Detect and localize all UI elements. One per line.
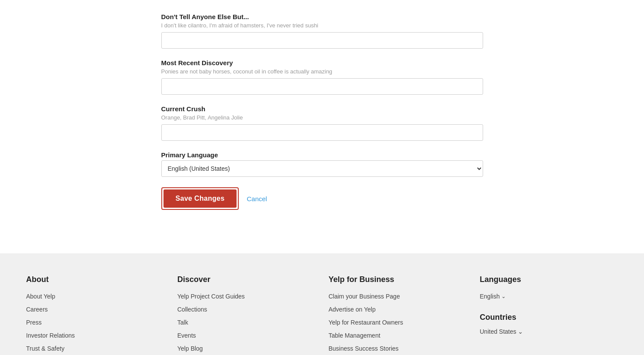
footer: About About Yelp Careers Press Investor … bbox=[0, 253, 644, 355]
chevron-down-icon: ⌄ bbox=[501, 293, 506, 299]
talk-link[interactable]: Talk bbox=[177, 319, 316, 326]
footer-languages-col: Languages English ⌄ Countries United Sta… bbox=[480, 275, 618, 355]
languages-title: Languages bbox=[480, 275, 618, 284]
about-title: About bbox=[26, 275, 164, 284]
language-current: English bbox=[480, 293, 500, 300]
dont-tell-label: Don't Tell Anyone Else But... bbox=[161, 13, 483, 20]
investor-relations-link[interactable]: Investor Relations bbox=[26, 332, 164, 339]
country-current: United States bbox=[480, 328, 516, 335]
success-stories-link[interactable]: Business Success Stories bbox=[329, 345, 467, 352]
footer-business-col: Yelp for Business Claim your Business Pa… bbox=[329, 275, 467, 355]
primary-language-label: Primary Language bbox=[161, 151, 483, 159]
most-recent-hint: Ponies are not baby horses, coconut oil … bbox=[161, 68, 483, 75]
language-selector[interactable]: English ⌄ bbox=[480, 293, 618, 300]
primary-language-select[interactable]: English (United States) Spanish French G… bbox=[161, 160, 483, 177]
business-title: Yelp for Business bbox=[329, 275, 467, 284]
current-crush-hint: Orange, Brad Pitt, Angelina Jolie bbox=[161, 114, 483, 121]
current-crush-label: Current Crush bbox=[161, 105, 483, 113]
advertise-link[interactable]: Advertise on Yelp bbox=[329, 306, 467, 313]
most-recent-label: Most Recent Discovery bbox=[161, 59, 483, 66]
careers-link[interactable]: Careers bbox=[26, 306, 164, 313]
footer-about-col: About About Yelp Careers Press Investor … bbox=[26, 275, 164, 355]
footer-grid: About About Yelp Careers Press Investor … bbox=[26, 275, 618, 355]
cost-guides-link[interactable]: Yelp Project Cost Guides bbox=[177, 293, 316, 300]
events-link[interactable]: Events bbox=[177, 332, 316, 339]
dont-tell-hint: I don't like cilantro, I'm afraid of ham… bbox=[161, 22, 483, 29]
current-crush-input[interactable] bbox=[161, 124, 483, 141]
yelp-blog-link[interactable]: Yelp Blog bbox=[177, 345, 316, 352]
country-selector[interactable]: United States ⌄ bbox=[480, 328, 618, 335]
save-button-wrapper: Save Changes bbox=[161, 187, 239, 210]
chevron-down-icon-country: ⌄ bbox=[518, 328, 523, 335]
press-link[interactable]: Press bbox=[26, 319, 164, 326]
save-button[interactable]: Save Changes bbox=[164, 189, 237, 208]
most-recent-input[interactable] bbox=[161, 78, 483, 95]
discover-title: Discover bbox=[177, 275, 316, 284]
claim-business-link[interactable]: Claim your Business Page bbox=[329, 293, 467, 300]
dont-tell-input[interactable] bbox=[161, 32, 483, 49]
about-yelp-link[interactable]: About Yelp bbox=[26, 293, 164, 300]
table-management-link[interactable]: Table Management bbox=[329, 332, 467, 339]
collections-link[interactable]: Collections bbox=[177, 306, 316, 313]
countries-title: Countries bbox=[480, 313, 618, 322]
footer-discover-col: Discover Yelp Project Cost Guides Collec… bbox=[177, 275, 316, 355]
form-actions: Save Changes Cancel bbox=[161, 187, 483, 210]
trust-safety-link[interactable]: Trust & Safety bbox=[26, 345, 164, 352]
restaurant-owners-link[interactable]: Yelp for Restaurant Owners bbox=[329, 319, 467, 326]
cancel-link[interactable]: Cancel bbox=[247, 195, 267, 202]
